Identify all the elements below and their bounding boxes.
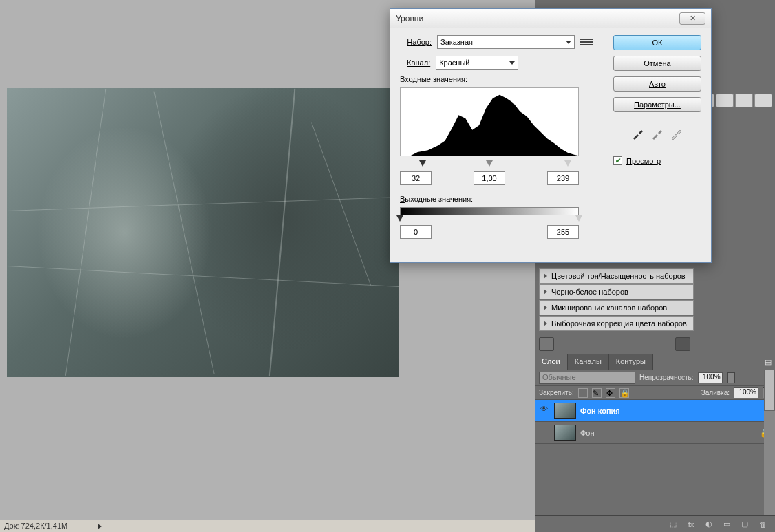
cancel-button[interactable]: Отмена <box>613 56 701 71</box>
output-black-handle[interactable] <box>396 215 403 222</box>
dialog-titlebar[interactable]: Уровни ✕ <box>390 9 711 28</box>
doc-size-text: Док: 724,2К/1,41М <box>4 522 67 530</box>
preset-item[interactable]: Цветовой тон/Насыщенность наборов <box>539 268 694 284</box>
adjustment-layer-icon[interactable]: ▭ <box>721 519 732 530</box>
layers-scrollbar[interactable] <box>764 370 775 515</box>
output-white-field[interactable] <box>547 225 579 239</box>
adjustments-footer <box>539 337 690 352</box>
preset-value: Заказная <box>440 38 473 46</box>
mini-button[interactable] <box>716 94 734 107</box>
mini-button[interactable] <box>754 94 772 107</box>
output-levels-label: Выходные значения: <box>400 195 599 203</box>
layers-panel: Слои Каналы Контуры ▤ Обычные Непрозрачн… <box>535 354 775 532</box>
image-detail <box>153 91 214 374</box>
input-black-field[interactable] <box>400 171 432 185</box>
dropdown-arrow-icon <box>566 41 571 44</box>
output-gradient <box>400 207 579 215</box>
mini-button[interactable] <box>735 94 753 107</box>
document-canvas[interactable] <box>7 88 399 377</box>
image-detail <box>310 122 370 285</box>
options-button[interactable]: Параметры... <box>613 97 701 112</box>
preset-item[interactable]: Микширование каналов наборов <box>539 300 694 315</box>
layer-options-row: Обычные Непрозрачность: 100% <box>535 370 775 386</box>
channel-select[interactable]: Красный <box>436 56 518 70</box>
preset-item[interactable]: Черно-белое наборов <box>539 284 694 299</box>
adjustment-presets-list: Цветовой тон/Насыщенность наборовЧерно-б… <box>539 268 694 332</box>
lock-label: Закрепить: <box>539 389 574 396</box>
layer-row[interactable]: Фон🔒 <box>535 422 775 444</box>
panel-tabs: Слои Каналы Контуры ▤ <box>535 354 775 370</box>
preset-select[interactable]: Заказная <box>437 35 575 49</box>
status-flyout-arrow[interactable] <box>98 524 102 529</box>
white-point-handle[interactable] <box>564 160 571 167</box>
visibility-eye-icon[interactable]: 👁 <box>538 405 550 417</box>
output-white-handle[interactable] <box>575 215 582 222</box>
auto-button[interactable]: Авто <box>613 76 701 92</box>
panel-menu-icon[interactable]: ▤ <box>761 354 775 370</box>
preset-label: Цветовой тон/Насыщенность наборов <box>551 272 686 280</box>
output-slider[interactable] <box>400 215 579 224</box>
visibility-eye-icon[interactable] <box>538 427 550 439</box>
white-eyedropper-icon[interactable] <box>670 127 683 140</box>
levels-dialog: Уровни ✕ Набор: Заказная Канал: Красный … <box>390 8 712 263</box>
dropdown-arrow-icon <box>509 61 515 65</box>
layer-list: 👁Фон копияФон🔒 <box>535 400 775 444</box>
dialog-title: Уровни <box>396 14 423 23</box>
channel-value: Красный <box>439 58 469 67</box>
preview-label: Просмотр <box>626 157 661 165</box>
preset-label: Выборочная коррекция цвета наборов <box>551 319 687 328</box>
input-white-field[interactable] <box>547 171 579 185</box>
disclosure-triangle-icon <box>544 289 547 295</box>
tab-paths[interactable]: Контуры <box>609 354 653 370</box>
layer-name: Фон <box>580 429 595 437</box>
input-gamma-field[interactable] <box>474 171 505 185</box>
eyedropper-group <box>613 127 701 140</box>
black-eyedropper-icon[interactable] <box>632 127 644 140</box>
black-point-handle[interactable] <box>419 160 426 167</box>
output-black-field[interactable] <box>400 225 432 239</box>
fill-input[interactable]: 100% <box>734 387 758 398</box>
layer-mask-icon[interactable]: ◐ <box>703 519 714 530</box>
new-layer-icon[interactable]: ▢ <box>739 519 750 530</box>
link-layers-icon[interactable]: ⬚ <box>668 519 679 530</box>
status-bar: Док: 724,2К/1,41М <box>0 520 535 532</box>
fx-icon[interactable]: fx <box>686 519 697 530</box>
tab-channels[interactable]: Каналы <box>568 354 609 370</box>
layer-thumbnail[interactable] <box>554 425 576 441</box>
layer-row[interactable]: 👁Фон копия <box>535 400 775 422</box>
lock-position-icon[interactable]: ✥ <box>606 388 615 398</box>
trash-icon[interactable]: 🗑 <box>757 519 768 530</box>
preset-label: Черно-белое наборов <box>551 288 628 296</box>
preset-menu-icon[interactable] <box>580 36 593 48</box>
tab-layers[interactable]: Слои <box>535 354 568 370</box>
ok-button[interactable]: ОК <box>613 35 701 50</box>
opacity-input[interactable]: 100% <box>698 372 723 383</box>
fill-label: Заливка: <box>701 389 730 396</box>
lock-transparency-icon[interactable] <box>578 388 588 398</box>
adjustments-mask-icon[interactable] <box>675 337 690 351</box>
layer-thumbnail[interactable] <box>554 403 576 419</box>
histogram <box>400 87 579 156</box>
preset-label: Набор: <box>400 38 432 46</box>
lock-all-icon[interactable]: 🔒 <box>619 388 629 398</box>
close-button[interactable]: ✕ <box>679 12 705 25</box>
input-levels-label: Входные значения: <box>400 75 599 83</box>
input-slider[interactable] <box>400 160 579 169</box>
return-to-adjustments-icon[interactable] <box>539 337 554 351</box>
disclosure-triangle-icon <box>544 305 547 310</box>
preset-label: Микширование каналов наборов <box>551 304 667 312</box>
blend-mode-select[interactable]: Обычные <box>539 372 635 384</box>
lock-pixels-icon[interactable]: ✎ <box>592 388 602 398</box>
image-detail <box>269 89 296 377</box>
disclosure-triangle-icon <box>544 273 547 279</box>
preview-checkbox[interactable]: ✔ <box>613 156 622 165</box>
image-detail <box>7 266 399 287</box>
image-detail <box>65 89 106 376</box>
gray-eyedropper-icon[interactable] <box>651 127 663 140</box>
layers-footer: ⬚fx◐▭▢🗑 <box>535 515 775 532</box>
lock-row: Закрепить: ✎ ✥ 🔒 Заливка: 100% <box>535 386 775 400</box>
midtone-handle[interactable] <box>486 160 493 167</box>
scrollbar-thumb[interactable] <box>764 370 775 411</box>
preset-item[interactable]: Выборочная коррекция цвета наборов <box>539 316 694 331</box>
opacity-flyout[interactable] <box>727 372 735 383</box>
